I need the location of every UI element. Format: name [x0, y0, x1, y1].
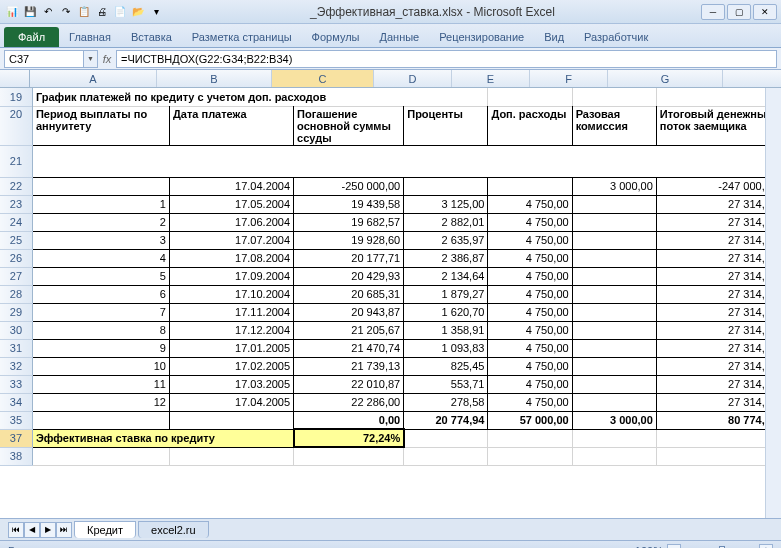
- cell[interactable]: 17.12.2004: [169, 321, 293, 339]
- cell[interactable]: 1 358,91: [404, 321, 488, 339]
- cell[interactable]: 7: [32, 303, 169, 321]
- cell[interactable]: Доп. расходы: [488, 106, 572, 145]
- sheet-nav-first[interactable]: ⏮: [8, 522, 24, 538]
- qat-dropdown-icon[interactable]: ▾: [148, 4, 164, 20]
- cell[interactable]: 21 739,13: [294, 357, 404, 375]
- row-header-22[interactable]: 22: [0, 177, 32, 195]
- cell[interactable]: 17.04.2005: [169, 393, 293, 411]
- cell[interactable]: Разовая комиссия: [572, 106, 656, 145]
- cell[interactable]: [32, 447, 169, 465]
- cell[interactable]: 27 314,58: [656, 195, 780, 213]
- cell[interactable]: [488, 177, 572, 195]
- cell[interactable]: График платежей по кредиту с учетом доп.…: [32, 88, 488, 106]
- cell[interactable]: 3 000,00: [572, 177, 656, 195]
- cell[interactable]: 17.05.2004: [169, 195, 293, 213]
- row-header-19[interactable]: 19: [0, 88, 32, 106]
- cell[interactable]: 10: [32, 357, 169, 375]
- row-header-29[interactable]: 29: [0, 303, 32, 321]
- file-tab[interactable]: Файл: [4, 27, 59, 47]
- cell[interactable]: 4 750,00: [488, 249, 572, 267]
- sheet-tab-excel2[interactable]: excel2.ru: [138, 521, 209, 538]
- zoom-out-button[interactable]: −: [667, 544, 681, 549]
- row-header-23[interactable]: 23: [0, 195, 32, 213]
- cell[interactable]: Проценты: [404, 106, 488, 145]
- cell[interactable]: 4 750,00: [488, 267, 572, 285]
- cell[interactable]: 17.07.2004: [169, 231, 293, 249]
- cell[interactable]: -247 000,00: [656, 177, 780, 195]
- cell[interactable]: 8: [32, 321, 169, 339]
- tab-data[interactable]: Данные: [369, 27, 429, 47]
- cell[interactable]: 4 750,00: [488, 231, 572, 249]
- row-header-27[interactable]: 27: [0, 267, 32, 285]
- row-header-34[interactable]: 34: [0, 393, 32, 411]
- cell[interactable]: [488, 429, 572, 447]
- row-header-21[interactable]: 21: [0, 145, 32, 177]
- cell[interactable]: 20 943,87: [294, 303, 404, 321]
- sheet-tab-credit[interactable]: Кредит: [74, 521, 136, 538]
- tab-home[interactable]: Главная: [59, 27, 121, 47]
- col-header-e[interactable]: E: [452, 70, 530, 87]
- cell[interactable]: [656, 88, 780, 106]
- cell[interactable]: 20 685,31: [294, 285, 404, 303]
- cell[interactable]: [404, 429, 488, 447]
- excel-icon[interactable]: 📊: [4, 4, 20, 20]
- zoom-level[interactable]: 100%: [635, 545, 663, 549]
- cell[interactable]: 27 314,58: [656, 303, 780, 321]
- tab-view[interactable]: Вид: [534, 27, 574, 47]
- cell[interactable]: 553,71: [404, 375, 488, 393]
- cell[interactable]: 4 750,00: [488, 393, 572, 411]
- tab-page-layout[interactable]: Разметка страницы: [182, 27, 302, 47]
- cell[interactable]: [572, 303, 656, 321]
- cell[interactable]: 20 177,71: [294, 249, 404, 267]
- cell[interactable]: [32, 411, 169, 429]
- sheet-nav-prev[interactable]: ◀: [24, 522, 40, 538]
- cell[interactable]: 17.08.2004: [169, 249, 293, 267]
- fx-button[interactable]: fx: [98, 53, 116, 65]
- cell[interactable]: 4 750,00: [488, 357, 572, 375]
- zoom-in-button[interactable]: +: [759, 544, 773, 549]
- cell[interactable]: 27 314,58: [656, 249, 780, 267]
- minimize-button[interactable]: ─: [701, 4, 725, 20]
- undo-icon[interactable]: ↶: [40, 4, 56, 20]
- cell[interactable]: 3 125,00: [404, 195, 488, 213]
- select-all-corner[interactable]: [0, 70, 30, 87]
- cell[interactable]: 2 635,97: [404, 231, 488, 249]
- cell[interactable]: 4 750,00: [488, 285, 572, 303]
- cell[interactable]: 1 093,83: [404, 339, 488, 357]
- active-cell[interactable]: 72,24%: [294, 429, 404, 447]
- cell[interactable]: [572, 321, 656, 339]
- cell[interactable]: 19 439,58: [294, 195, 404, 213]
- cell[interactable]: 17.03.2005: [169, 375, 293, 393]
- cell[interactable]: 4 750,00: [488, 339, 572, 357]
- cell[interactable]: [572, 88, 656, 106]
- cell[interactable]: 27 314,58: [656, 285, 780, 303]
- cell[interactable]: [572, 213, 656, 231]
- cell[interactable]: 12: [32, 393, 169, 411]
- cell[interactable]: Эффективная ставка по кредиту: [32, 429, 293, 447]
- vertical-scrollbar[interactable]: [765, 88, 781, 518]
- row-header-28[interactable]: 28: [0, 285, 32, 303]
- row-header-20[interactable]: 20: [0, 106, 32, 145]
- cell[interactable]: 21 205,67: [294, 321, 404, 339]
- row-header-38[interactable]: 38: [0, 447, 32, 465]
- cell[interactable]: 17.02.2005: [169, 357, 293, 375]
- cell[interactable]: 20 429,93: [294, 267, 404, 285]
- cell[interactable]: [169, 411, 293, 429]
- cell[interactable]: 4 750,00: [488, 195, 572, 213]
- cell[interactable]: 27 314,58: [656, 213, 780, 231]
- qat-icon-3[interactable]: 📄: [112, 4, 128, 20]
- cell[interactable]: [404, 447, 488, 465]
- cell[interactable]: 17.09.2004: [169, 267, 293, 285]
- cell[interactable]: 27 314,58: [656, 375, 780, 393]
- cell[interactable]: 27 314,58: [656, 231, 780, 249]
- formula-input[interactable]: =ЧИСТВНДОХ(G22:G34;B22:B34): [116, 50, 777, 68]
- tab-formulas[interactable]: Формулы: [302, 27, 370, 47]
- row-header-25[interactable]: 25: [0, 231, 32, 249]
- cell[interactable]: [488, 447, 572, 465]
- cell[interactable]: 0,00: [294, 411, 404, 429]
- cell[interactable]: 11: [32, 375, 169, 393]
- cell[interactable]: 3 000,00: [572, 411, 656, 429]
- cell[interactable]: 4 750,00: [488, 375, 572, 393]
- col-header-b[interactable]: B: [157, 70, 272, 87]
- cell[interactable]: 825,45: [404, 357, 488, 375]
